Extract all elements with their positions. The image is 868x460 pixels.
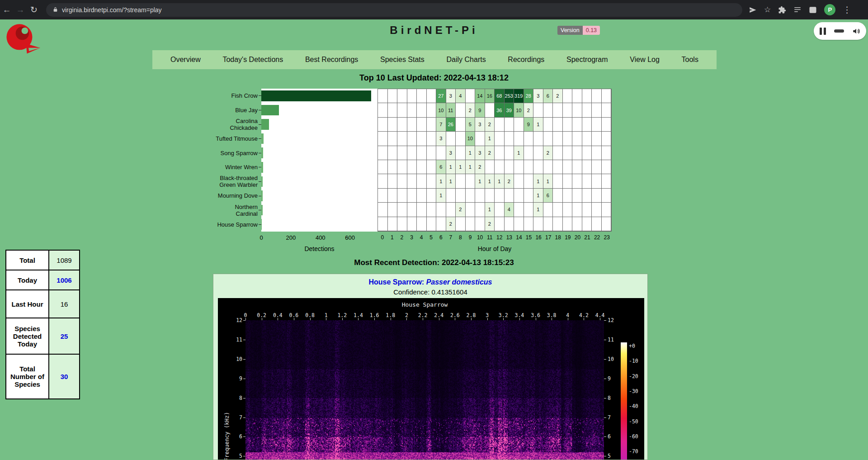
spect-tick (358, 318, 359, 320)
heatmap-cell (407, 189, 417, 203)
spect-tick (487, 318, 488, 320)
heatmap-cell (553, 217, 563, 231)
spect-x-label: 3.2 (499, 312, 508, 318)
nav-item-today-s-detections[interactable]: Today's Detections (222, 56, 283, 64)
hour-label: 20 (575, 234, 580, 241)
nav-item-recordings[interactable]: Recordings (508, 56, 544, 64)
reload-icon[interactable]: ↻ (27, 5, 41, 15)
heatmap-cell: 2 (543, 146, 553, 160)
heatmap-cell: 319 (514, 89, 524, 103)
address-bar[interactable]: virginia.birdnetpi.com/?stream=play (46, 3, 742, 17)
heatmap-cell: 2 (446, 217, 456, 231)
detection-species-link[interactable]: House Sparrow: Passer domesticus (213, 278, 647, 286)
audio-player[interactable] (814, 22, 866, 40)
heatmap-cell: 11 (446, 103, 456, 117)
spect-y-label: 10 (608, 356, 614, 362)
bar-fish-crow (261, 90, 371, 101)
lock-icon (52, 7, 58, 13)
nav-item-species-stats[interactable]: Species Stats (380, 56, 425, 64)
extensions-puzzle-icon[interactable] (778, 6, 786, 14)
heatmap-cell (543, 203, 553, 217)
heatmap-cell (436, 217, 446, 231)
heatmap-cell (427, 146, 437, 160)
heatmap-cell: 1 (446, 160, 456, 174)
nav-item-daily-charts[interactable]: Daily Charts (447, 56, 486, 64)
heatmap-cell (388, 146, 398, 160)
detection-common-name[interactable]: House Sparrow: (369, 278, 425, 286)
send-icon[interactable] (749, 6, 757, 14)
spect-tick (584, 318, 584, 320)
heatmap-cell: 1 (466, 146, 476, 160)
heatmap-cell (572, 132, 582, 146)
heatmap-cell (407, 118, 417, 132)
heatmap-cell (417, 160, 427, 174)
heatmap-cell (427, 132, 437, 146)
spect-tick (604, 359, 606, 360)
seek-bar[interactable] (834, 29, 844, 33)
heatmap-cell (388, 132, 398, 146)
hour-label: 15 (526, 234, 532, 241)
heatmap-cell (524, 132, 534, 146)
kebab-menu-icon[interactable]: ⋮ (843, 5, 851, 15)
heatmap-cell: 1 (485, 174, 495, 188)
heatmap-cell (592, 89, 602, 103)
heatmap-cell (495, 160, 505, 174)
hour-heatmap: 2734141668253319283621011293639102726532… (377, 89, 612, 232)
bar-xtick-label: 0 (259, 234, 263, 241)
heatmap-cell (407, 203, 417, 217)
forward-icon[interactable]: → (14, 5, 27, 15)
nav-item-best-recordings[interactable]: Best Recordings (305, 56, 358, 64)
side-panel-icon[interactable] (809, 6, 817, 14)
heatmap-cell (572, 89, 582, 103)
nav-item-tools[interactable]: Tools (682, 56, 698, 64)
heatmap-cell (378, 146, 388, 160)
stats-value[interactable]: 1006 (49, 270, 80, 290)
heatmap-cell (466, 203, 476, 217)
heatmap-cell (524, 146, 534, 160)
spect-x-label: 2.2 (418, 312, 428, 318)
stats-value[interactable]: 25 (49, 318, 80, 354)
heatmap-cell (417, 217, 427, 231)
spect-tick (243, 359, 245, 360)
heatmap-cell (427, 217, 437, 231)
spect-tick (455, 318, 455, 320)
heatmap-cell: 27 (436, 89, 446, 103)
stats-table: Total1089Today1006Last Hour16Species Det… (5, 250, 80, 399)
most-recent-heading: Most Recent Detection: 2022-04-13 18:15:… (0, 258, 868, 267)
hour-label: 18 (555, 234, 561, 241)
volume-icon[interactable] (852, 27, 860, 35)
pause-button[interactable] (820, 28, 826, 35)
heatmap-cell (553, 103, 563, 117)
version-label: Version (557, 26, 583, 35)
heatmap-cell (592, 132, 602, 146)
heatmap-cell (388, 103, 398, 117)
heatmap-cell (514, 160, 524, 174)
spect-x-label: 0.6 (289, 312, 299, 318)
stats-label: Last Hour (6, 290, 49, 318)
heatmap-cell (582, 89, 592, 103)
nav-item-view-log[interactable]: View Log (630, 56, 660, 64)
bar-blue-jay (261, 105, 279, 116)
bookmark-star-icon[interactable]: ☆ (764, 5, 771, 14)
spect-x-label: 1.8 (386, 312, 395, 318)
heatmap-cell (563, 160, 573, 174)
heatmap-cell (388, 174, 398, 188)
heatmap-cell (397, 89, 407, 103)
heatmap-cell (456, 103, 466, 117)
hour-label: 1 (391, 234, 394, 241)
nav-item-spectrogram[interactable]: Spectrogram (566, 56, 608, 64)
heatmap-cell (514, 132, 524, 146)
heatmap-cell: 10 (436, 103, 446, 117)
back-icon[interactable]: ← (0, 5, 14, 15)
profile-avatar[interactable]: P (824, 4, 835, 15)
heatmap-cell: 36 (495, 103, 505, 117)
reading-list-icon[interactable] (793, 6, 802, 14)
heatmap-cell (582, 217, 592, 231)
stats-value[interactable]: 30 (49, 354, 80, 399)
hour-label: 13 (506, 234, 512, 241)
heatmap-cell (436, 146, 446, 160)
heatmap-cell: 1 (495, 174, 505, 188)
heatmap-cell (533, 160, 543, 174)
detection-scientific-name[interactable]: Passer domesticus (426, 278, 492, 286)
nav-item-overview[interactable]: Overview (170, 56, 201, 64)
